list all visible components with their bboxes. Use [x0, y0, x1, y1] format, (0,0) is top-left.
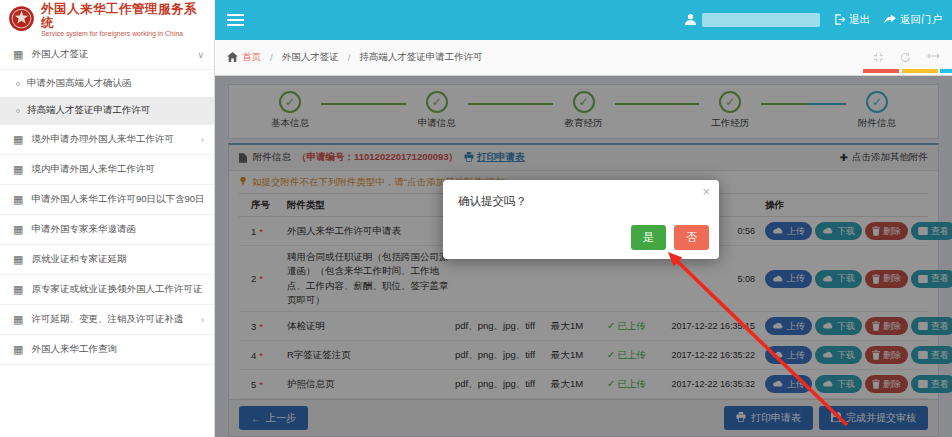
home-icon — [227, 52, 238, 64]
breadcrumb-item-1[interactable]: 外国人才签证 — [282, 51, 339, 64]
compress-icon[interactable] — [873, 52, 884, 63]
sidebar-item-label: 外国人才签证 — [31, 48, 189, 61]
logout-label: 退出 — [849, 13, 870, 27]
breadcrumb-item-2[interactable]: 持高端人才签证申请工作许可 — [359, 51, 483, 64]
sidebar-item-0[interactable]: ▦外国人才签证∨ — [0, 40, 214, 70]
grid-icon: ▦ — [13, 284, 23, 295]
sidebar-menu: ▦外国人才签证∨申请外国高端人才确认函持高端人才签证申请工作许可▦境外申请办理外… — [0, 40, 215, 437]
sidebar-subitem-label: 持高端人才签证申请工作许可 — [27, 104, 151, 117]
sidebar-item-7[interactable]: ▦许可延期、变更、注销及许可证补遗› — [0, 305, 214, 335]
top-right-group: 退出 返回门户 — [684, 13, 952, 28]
return-portal-button[interactable]: 返回门户 — [884, 13, 942, 27]
refresh-icon[interactable] — [900, 52, 911, 63]
bullet-icon — [16, 82, 20, 86]
breadcrumb-separator: / — [348, 52, 351, 63]
tab-indicator-cyan — [940, 69, 952, 73]
sidebar-item-4[interactable]: ▦申请外国专家来华邀请函 — [0, 215, 214, 245]
chevron-right-icon: › — [201, 315, 204, 325]
return-portal-label: 返回门户 — [900, 13, 942, 27]
seal-logo-icon — [8, 5, 35, 36]
breadcrumb-bar: 首页 / 外国人才签证 / 持高端人才签证申请工作许可 — [215, 40, 952, 76]
grid-icon: ▦ — [13, 314, 23, 325]
horizontal-resize-icon[interactable] — [927, 52, 940, 63]
breadcrumb-home-label: 首页 — [242, 51, 261, 64]
sidebar-item-label: 境内申请外国人来华工作许可 — [31, 163, 204, 176]
sidebar-item-label: 境外申请办理外国人来华工作许可 — [31, 133, 193, 146]
sidebar-subitem-label: 申请外国高端人才确认函 — [27, 77, 132, 90]
chevron-down-icon: ∨ — [197, 50, 204, 60]
close-icon[interactable]: × — [702, 184, 710, 199]
main-area: 首页 / 外国人才签证 / 持高端人才签证申请工作许可 — [215, 40, 952, 437]
breadcrumb-home-link[interactable]: 首页 — [227, 51, 261, 64]
tab-indicator-red — [863, 69, 899, 73]
sidebar-item-2[interactable]: ▦境内申请外国人来华工作许可 — [0, 155, 214, 185]
panel-controls — [873, 52, 944, 63]
grid-icon: ▦ — [13, 194, 23, 205]
bullet-icon — [16, 109, 20, 113]
top-header: 外国人来华工作管理服务系统 Service system for foreign… — [0, 0, 952, 40]
return-arrow-icon — [884, 14, 896, 26]
sidebar-item-6[interactable]: ▦原专家证或就业证换领外国人工作许可证 — [0, 275, 214, 305]
sidebar-item-label: 原专家证或就业证换领外国人工作许可证 — [31, 283, 204, 296]
grid-icon: ▦ — [13, 254, 23, 265]
confirm-no-button[interactable]: 否 — [674, 225, 709, 250]
sidebar-item-label: 许可延期、变更、注销及许可证补遗 — [31, 313, 193, 326]
sidebar-item-label: 外国人来华工作查询 — [31, 343, 204, 356]
sidebar-subitem-0[interactable]: 申请外国高端人才确认函 — [0, 70, 214, 97]
app-window: 外国人来华工作管理服务系统 Service system for foreign… — [0, 0, 952, 437]
tab-indicator-yellow — [902, 69, 938, 73]
confirm-dialog: 确认提交吗？ × 是 否 — [443, 180, 719, 259]
grid-icon: ▦ — [13, 224, 23, 235]
sidebar-item-5[interactable]: ▦原就业证和专家证延期 — [0, 245, 214, 275]
sidebar-subitem-1[interactable]: 持高端人才签证申请工作许可 — [0, 97, 214, 124]
hamburger-icon[interactable] — [215, 14, 255, 26]
logout-icon — [834, 14, 845, 27]
chevron-right-icon: › — [201, 135, 204, 145]
confirm-buttons: 是 否 — [631, 225, 709, 250]
confirm-yes-button[interactable]: 是 — [631, 225, 666, 250]
content-region: ✓基本信息✓申请信息✓教育经历✓工作经历✓附件信息 附件信息 （申请编号：110… — [215, 76, 952, 437]
brand-text: 外国人来华工作管理服务系统 Service system for foreign… — [41, 2, 207, 39]
breadcrumb: 首页 / 外国人才签证 / 持高端人才签证申请工作许可 — [227, 51, 483, 64]
app-title: 外国人来华工作管理服务系统 — [41, 2, 207, 31]
grid-icon: ▦ — [13, 164, 23, 175]
sidebar-item-label: 申请外国人来华工作许可90日以下含90日 — [31, 193, 204, 206]
logout-button[interactable]: 退出 — [834, 13, 870, 27]
top-teal-bar: 退出 返回门户 — [215, 0, 952, 40]
username-redacted — [702, 13, 820, 27]
grid-icon: ▦ — [13, 49, 23, 60]
sidebar-item-label: 原就业证和专家证延期 — [31, 253, 204, 266]
brand-area: 外国人来华工作管理服务系统 Service system for foreign… — [0, 0, 215, 40]
main-shell: ▦外国人才签证∨申请外国高端人才确认函持高端人才签证申请工作许可▦境外申请办理外… — [0, 40, 952, 437]
breadcrumb-separator: / — [270, 52, 273, 63]
confirm-message: 确认提交吗？ — [443, 180, 719, 209]
sidebar-item-3[interactable]: ▦申请外国人来华工作许可90日以下含90日 — [0, 185, 214, 215]
user-account[interactable] — [684, 13, 820, 28]
sidebar-item-1[interactable]: ▦境外申请办理外国人来华工作许可› — [0, 125, 214, 155]
sidebar-item-label: 申请外国专家来华邀请函 — [31, 223, 204, 236]
app-subtitle: Service system for foreigners working in… — [41, 30, 207, 38]
sidebar-submenu: 申请外国高端人才确认函持高端人才签证申请工作许可 — [0, 70, 214, 125]
user-icon — [684, 13, 697, 28]
grid-icon: ▦ — [13, 344, 23, 355]
sidebar-item-8[interactable]: ▦外国人来华工作查询 — [0, 335, 214, 365]
grid-icon: ▦ — [13, 134, 23, 145]
